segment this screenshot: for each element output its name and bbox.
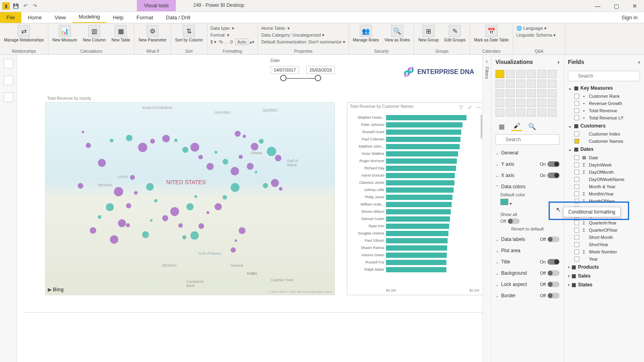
revert-default-button[interactable]: Revert to default [495, 224, 559, 234]
viz-type-27[interactable] [527, 109, 536, 117]
viz-type-24[interactable] [495, 109, 504, 117]
close-button[interactable]: ✕ [625, 0, 644, 12]
report-view-icon[interactable] [4, 59, 13, 68]
table-states[interactable]: ›▦States [566, 280, 642, 289]
fmt-plot-area[interactable]: ⌄Plot area [495, 245, 559, 256]
field-monthinyear[interactable]: ΣMonthInYear [566, 190, 642, 197]
slider-handle-to[interactable] [315, 75, 321, 81]
maximize-button[interactable]: ▢ [607, 0, 625, 12]
analytics-tab[interactable]: 🔍 [527, 121, 537, 131]
viz-type-13[interactable] [506, 89, 515, 97]
viz-type-17[interactable] [548, 89, 557, 97]
map-visual[interactable]: Total Revenue by county SASKATCHEWAN ONT… [45, 102, 335, 295]
viz-type-1[interactable] [506, 70, 515, 78]
manage-relationships-button[interactable]: ⇄Manage Relationships [3, 24, 45, 43]
format-search-input[interactable] [495, 134, 559, 145]
viz-type-16[interactable] [537, 89, 546, 97]
save-icon[interactable]: 💾 [12, 2, 19, 10]
format-row[interactable]: $ ▾ % , .0 Auto ▴▾ [211, 39, 254, 45]
viz-type-28[interactable] [537, 109, 546, 117]
viz-type-7[interactable] [506, 80, 515, 88]
table-sales[interactable]: ›▦Sales [566, 272, 642, 280]
viz-type-4[interactable] [537, 70, 546, 78]
tab-home[interactable]: Home [21, 12, 48, 23]
default-color-swatch[interactable] [500, 199, 508, 205]
more-options-icon[interactable]: ⋯ [475, 104, 482, 111]
scrollbar-thumb[interactable] [481, 115, 482, 139]
new-table-button[interactable]: ▦New Table [111, 24, 131, 43]
field-month-&-year[interactable]: Month & Year [566, 183, 642, 190]
viz-type-5[interactable] [548, 70, 557, 78]
new-column-button[interactable]: ▥New Column [82, 24, 107, 43]
date-slider[interactable] [283, 78, 319, 79]
field-customer-names[interactable]: Customer Names [566, 138, 642, 145]
tab-modeling[interactable]: Modeling [72, 11, 107, 23]
new-group-button[interactable]: ⊞New Group [417, 24, 440, 43]
viz-type-22[interactable] [537, 99, 546, 107]
viz-type-19[interactable] [506, 99, 515, 107]
format-tab[interactable]: 🖌 [512, 121, 522, 131]
table-dates[interactable]: ⌄▦Dates [566, 145, 642, 154]
viz-type-15[interactable] [527, 89, 536, 97]
field-week-number[interactable]: ΣWeek Number [566, 248, 642, 255]
field-date[interactable]: ▦Date [566, 154, 642, 161]
fmt-background[interactable]: ⌄BackgroundOff [495, 267, 559, 279]
undo-icon[interactable]: ↶ [22, 2, 29, 10]
viz-type-6[interactable] [495, 80, 504, 88]
viz-type-12[interactable] [495, 89, 504, 97]
viz-type-18[interactable] [495, 99, 504, 107]
focus-mode-icon[interactable]: ⤢ [466, 104, 473, 111]
fmt-general[interactable]: ⌄General [495, 147, 559, 158]
bar-chart-visual[interactable]: Total Revenue by Customer Names ▽ ⤢ ⋯ St… [347, 102, 482, 295]
expand-viz-icon[interactable]: › [557, 59, 559, 65]
viz-type-3[interactable] [527, 70, 536, 78]
field-dayofmonth[interactable]: ΣDayOfMonth [566, 169, 642, 176]
slider-handle-from[interactable] [280, 75, 287, 81]
viz-type-11[interactable] [548, 80, 557, 88]
fields-search-input[interactable] [568, 71, 640, 81]
field-customer-index[interactable]: Customer Index [566, 130, 642, 138]
field-quarterofyear[interactable]: ΣQuarterOfYear [566, 226, 642, 234]
model-view-icon[interactable] [4, 93, 13, 102]
field-customer-rank[interactable]: ▪Customer Rank [566, 93, 642, 100]
expand-fields-icon[interactable]: › [638, 59, 640, 65]
table-key-measures[interactable]: ⌄▦Key Measures [566, 84, 642, 93]
viz-type-23[interactable] [548, 99, 557, 107]
viz-type-21[interactable] [527, 99, 536, 107]
tab-data-drill[interactable]: Data / Drill [159, 12, 197, 23]
viz-type-0[interactable] [495, 70, 504, 78]
field-dayofweekname[interactable]: DayOfWeekName [566, 176, 642, 183]
show-all-toggle[interactable] [508, 218, 520, 224]
field-total-revenue[interactable]: ▪Total Revenue [566, 107, 642, 114]
viz-type-26[interactable] [516, 109, 525, 117]
view-as-roles-button[interactable]: 🔍View as Roles [384, 24, 411, 43]
tab-view[interactable]: View [48, 12, 72, 23]
filters-label[interactable]: Filters [485, 67, 489, 79]
default-summarization-dropdown[interactable]: Default Summarization: Don't summarize ▾ [261, 39, 345, 45]
collapse-filters-icon[interactable]: ‹ [486, 59, 488, 64]
new-measure-button[interactable]: 📊New Measure [52, 24, 78, 43]
edit-groups-button[interactable]: ✎Edit Groups [444, 24, 466, 43]
field-total-revenue-ly[interactable]: ▪Total Revenue LY [566, 114, 642, 121]
viz-type-10[interactable] [537, 80, 546, 88]
fmt-lock-aspect[interactable]: ⌄Lock aspectOff [495, 279, 559, 290]
file-tab[interactable]: File [0, 12, 21, 23]
field-short-month[interactable]: Short Month [566, 234, 642, 241]
conditional-formatting-menu[interactable]: Conditional formatting [563, 207, 621, 217]
datatype-dropdown[interactable]: Data type: ▾ [211, 26, 254, 31]
filter-icon[interactable]: ▽ [458, 104, 464, 111]
linguistic-schema-dropdown[interactable]: Linguistic Schema ▾ [516, 33, 562, 38]
field-monthofyear[interactable]: ΣMonthOfYear [566, 197, 642, 205]
mark-date-table-button[interactable]: 📅Mark as Date Table [473, 24, 510, 43]
redo-icon[interactable]: ↷ [31, 2, 39, 10]
date-to-input[interactable]: 25/03/2019 [306, 66, 335, 74]
field-quarterinyear[interactable]: ΣQuarterInYear [566, 219, 642, 226]
viz-type-8[interactable] [516, 80, 525, 88]
new-parameter-button[interactable]: ⚙New Parameter [138, 24, 167, 43]
field-revenue-growth[interactable]: ▪Revenue Growth [566, 100, 642, 107]
viz-type-2[interactable] [516, 70, 525, 78]
viz-type-25[interactable] [506, 109, 515, 117]
tab-format[interactable]: Format [130, 12, 159, 23]
fields-well-tab[interactable]: ▦ [496, 121, 507, 131]
viz-type-20[interactable] [516, 99, 525, 107]
